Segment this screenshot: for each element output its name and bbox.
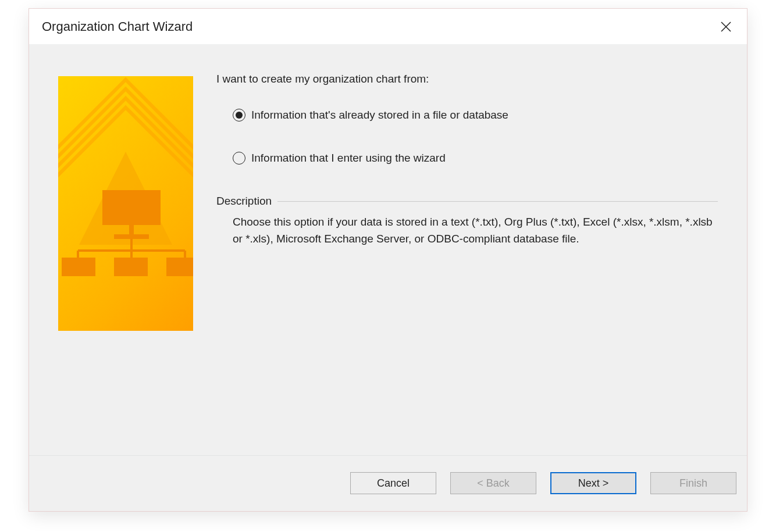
divider [277,201,718,202]
description-group: Description Choose this option if your d… [216,195,718,248]
button-row: Cancel < Back Next > Finish [29,455,747,511]
radio-icon [233,109,245,122]
description-text: Choose this option if your data is store… [216,213,718,248]
svg-rect-12 [114,258,148,276]
svg-rect-11 [62,258,95,276]
radio-icon [233,152,245,165]
description-header: Description [216,195,718,208]
option-label: Information that's already stored in a f… [251,109,508,122]
option-label: Information that I enter using the wizar… [251,152,446,165]
content-pane: I want to create my organization chart f… [193,76,718,444]
options-group: Information that's already stored in a f… [216,109,718,165]
back-button[interactable]: < Back [450,472,536,494]
description-heading: Description [216,195,277,208]
title-bar: Organization Chart Wizard [29,9,747,45]
svg-rect-4 [129,225,134,235]
next-button[interactable]: Next > [550,472,636,494]
close-icon [721,22,731,32]
option-enter-wizard[interactable]: Information that I enter using the wizar… [233,152,718,165]
svg-rect-13 [166,258,193,276]
wizard-dialog: Organization Chart Wizard [29,8,747,512]
svg-rect-5 [114,234,149,239]
wizard-graphic [58,76,193,331]
dialog-body: I want to create my organization chart f… [29,45,747,455]
org-chart-icon [58,76,193,331]
prompt-text: I want to create my organization chart f… [216,73,718,85]
finish-button[interactable]: Finish [650,472,736,494]
cancel-button[interactable]: Cancel [350,472,436,494]
option-file-database[interactable]: Information that's already stored in a f… [233,109,718,122]
close-button[interactable] [716,16,736,37]
svg-rect-3 [102,190,161,225]
dialog-title: Organization Chart Wizard [42,19,193,34]
